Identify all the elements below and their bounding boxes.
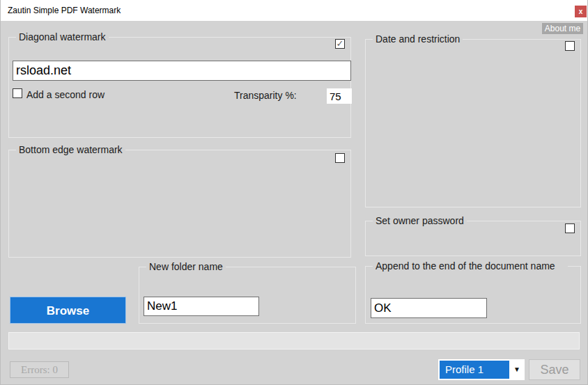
transparity-label: Transparity %: [234,90,297,101]
chevron-down-icon[interactable]: ▼ [509,359,525,380]
new-folder-label: New folder name [146,261,226,272]
close-icon[interactable]: x [575,6,587,17]
bottom-edge-watermark-label: Bottom edge watermark [16,144,125,155]
append-name-input[interactable] [371,298,487,318]
watermark-text-input[interactable] [13,61,351,81]
transparity-input[interactable] [327,88,352,104]
save-button[interactable]: Save [529,359,580,380]
window-title: Zautin Simple PDF Watermark [8,0,121,21]
diagonal-watermark-label: Diagonal watermark [16,31,109,42]
bottom-edge-watermark-checkbox[interactable] [335,153,345,163]
owner-password-group: Set owner password [365,221,581,256]
app-window: Zautin Simple PDF Watermark x About me D… [0,0,588,385]
diagonal-watermark-group: Diagonal watermark ✓ Add a second row Tr… [8,37,351,138]
owner-password-label: Set owner password [373,215,467,226]
date-restriction-checkbox[interactable] [565,41,575,51]
add-second-row-label: Add a second row [26,89,105,100]
progress-bar [8,332,580,349]
date-restriction-label: Date and restriction [373,33,463,45]
new-folder-input[interactable] [144,297,259,316]
about-me-button[interactable]: About me [542,23,583,34]
browse-button[interactable]: Browse [10,297,126,324]
new-folder-group: New folder name [139,267,356,324]
profile-selected-value: Profile 1 [440,361,509,379]
append-name-group: Append to the end of the document name [365,266,581,324]
title-bar: Zautin Simple PDF Watermark x [1,0,588,21]
profile-dropdown[interactable]: Profile 1 ▼ [438,359,525,380]
add-second-row-checkbox[interactable] [13,88,22,98]
errors-button[interactable]: Errors: 0 [10,361,69,378]
diagonal-watermark-checkbox[interactable]: ✓ [335,39,345,49]
date-restriction-group: Date and restriction [365,39,581,207]
bottom-edge-watermark-group: Bottom edge watermark [8,150,351,258]
owner-password-checkbox[interactable] [565,223,575,233]
append-name-label: Append to the end of the document name [373,260,568,272]
